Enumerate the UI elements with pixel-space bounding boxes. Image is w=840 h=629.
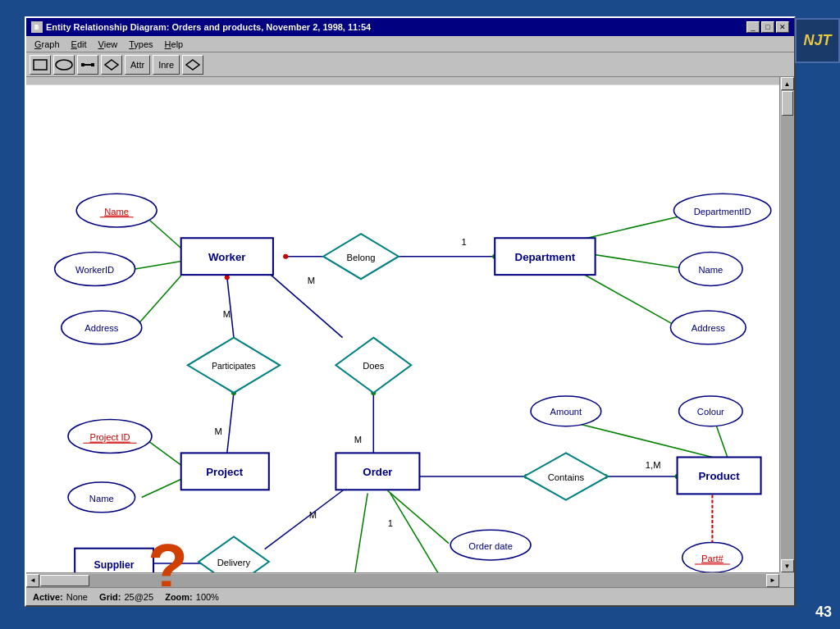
svg-text:Project ID: Project ID	[89, 432, 130, 442]
grid-value: 25@25	[124, 592, 153, 602]
inre-tool[interactable]: Inre	[153, 55, 180, 75]
maximize-button[interactable]: □	[761, 21, 774, 33]
diamond2-tool[interactable]	[182, 55, 203, 75]
scroll-right[interactable]: ►	[766, 574, 779, 587]
scroll-track-v	[781, 90, 794, 559]
svg-text:Department: Department	[515, 251, 576, 263]
title-bar-left: 🗎 Entity Relationship Diagram: Orders an…	[31, 21, 371, 33]
menu-bar: Graph Edit View Types Help	[26, 36, 794, 52]
zoom-label: Zoom:	[165, 592, 193, 602]
vertical-scrollbar: ▲ ▼	[779, 77, 794, 572]
svg-text:Does: Does	[363, 361, 385, 371]
title-bar: 🗎 Entity Relationship Diagram: Orders an…	[26, 18, 794, 36]
menu-types[interactable]: Types	[124, 39, 158, 50]
svg-text:M: M	[215, 426, 222, 436]
svg-text:Supplier: Supplier	[94, 559, 135, 571]
menu-edit[interactable]: Edit	[66, 39, 92, 50]
diamond-tool[interactable]	[101, 55, 122, 75]
toolbar: Attr Inre	[26, 52, 794, 77]
svg-text:Worker: Worker	[208, 251, 245, 263]
minimize-button[interactable]: _	[746, 21, 760, 33]
svg-text:M: M	[354, 435, 362, 444]
scroll-up[interactable]: ▲	[781, 77, 794, 90]
svg-text:Order date: Order date	[468, 541, 513, 551]
svg-text:Name: Name	[89, 494, 114, 504]
svg-text:Address: Address	[84, 324, 118, 334]
svg-text:Name: Name	[698, 265, 723, 275]
rect-tool[interactable]	[30, 55, 51, 75]
scroll-left[interactable]: ◄	[26, 574, 39, 587]
app-icon: 🗎	[31, 21, 43, 33]
svg-rect-3	[81, 63, 84, 66]
svg-text:Project: Project	[206, 466, 244, 478]
svg-text:Participates: Participates	[212, 362, 255, 371]
menu-help[interactable]: Help	[160, 39, 189, 50]
svg-text:1: 1	[461, 237, 466, 247]
svg-text:M: M	[309, 510, 317, 520]
svg-text:Amount: Amount	[550, 408, 582, 417]
window-title: Entity Relationship Diagram: Orders and …	[46, 22, 371, 32]
svg-text:Order: Order	[363, 466, 392, 478]
svg-text:DepartmentID: DepartmentID	[694, 207, 751, 217]
svg-rect-0	[34, 60, 47, 70]
svg-text:Belong: Belong	[347, 253, 376, 262]
scroll-down[interactable]: ▼	[781, 559, 794, 572]
svg-text:Contains: Contains	[548, 472, 585, 482]
scroll-thumb-v[interactable]	[782, 91, 793, 116]
svg-text:Name: Name	[104, 207, 129, 217]
horizontal-scrollbar: ◄ ►	[26, 572, 779, 587]
page-number: 43	[815, 604, 832, 621]
svg-rect-4	[91, 63, 94, 66]
svg-text:Address: Address	[692, 324, 725, 334]
main-window: 🗎 Entity Relationship Diagram: Orders an…	[25, 16, 796, 607]
diagram-svg[interactable]: Worker Department Project Order Product …	[26, 77, 779, 586]
scroll-thumb-h[interactable]	[40, 575, 89, 586]
svg-text:1: 1	[388, 518, 393, 528]
svg-text:Product: Product	[699, 470, 741, 482]
svg-marker-5	[105, 60, 118, 70]
status-bar: Active: None Grid: 25@25 Zoom: 100%	[26, 587, 794, 605]
svg-text:M: M	[308, 276, 315, 285]
svg-point-12	[283, 254, 288, 259]
svg-point-1	[56, 60, 72, 70]
attr-tool[interactable]: Attr	[125, 55, 150, 75]
ellipse-tool[interactable]	[53, 55, 75, 75]
grid-label: Grid:	[99, 592, 121, 602]
menu-graph[interactable]: Graph	[30, 39, 65, 50]
active-value: None	[66, 592, 88, 602]
svg-text:Delivery: Delivery	[217, 558, 251, 567]
svg-text:Colour: Colour	[697, 408, 724, 417]
svg-text:Part#: Part#	[701, 554, 724, 563]
svg-text:1,M: 1,M	[646, 460, 661, 470]
active-label: Active:	[33, 592, 63, 602]
njt-logo: NJT	[795, 18, 840, 63]
svg-text:M: M	[223, 309, 231, 319]
close-button[interactable]: ✕	[776, 21, 789, 33]
menu-view[interactable]: View	[94, 39, 123, 50]
title-controls: _ □ ✕	[746, 21, 789, 33]
line-tool[interactable]	[77, 55, 98, 75]
zoom-value: 100%	[196, 592, 219, 602]
question-mark: ?	[148, 535, 188, 586]
svg-marker-6	[186, 60, 199, 70]
canvas-wrapper: Worker Department Project Order Product …	[26, 77, 779, 586]
svg-text:WorkerID: WorkerID	[75, 265, 114, 275]
